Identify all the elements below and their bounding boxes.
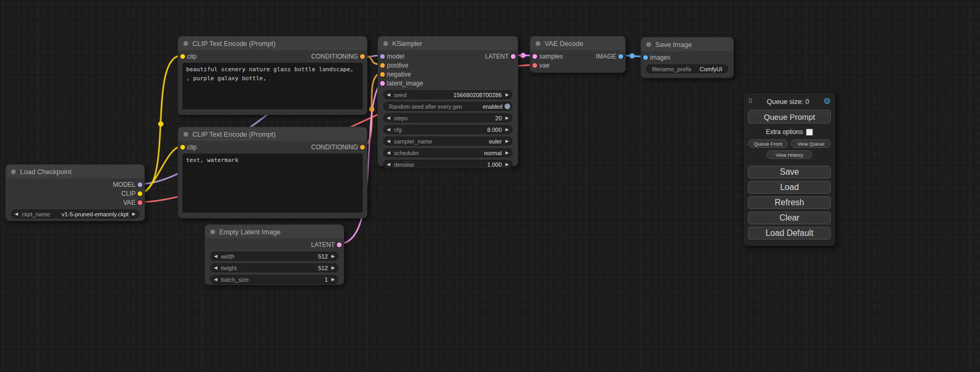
clip-output-port[interactable] [138, 191, 142, 196]
node-ksampler[interactable]: KSampler model LATENT positive negative … [377, 36, 518, 166]
node-load-checkpoint[interactable]: Load Checkpoint MODEL CLIP VAE ◀ ckpt_na… [5, 164, 145, 221]
widget-value: 8.000 [487, 127, 502, 133]
widget-value: 512 [318, 265, 327, 271]
node-title-bar[interactable]: CLIP Text Encode (Prompt) [178, 127, 367, 141]
scheduler-widget[interactable]: ◀ scheduler normal ▶ [383, 148, 512, 157]
drag-handle-icon[interactable]: ⠿ [748, 98, 753, 105]
conditioning-output-port[interactable] [360, 145, 365, 149]
decrement-arrow-icon[interactable]: ◀ [387, 93, 390, 97]
latent-output-port[interactable] [337, 242, 342, 247]
queue-front-button[interactable]: Queue Front [748, 139, 788, 148]
widget-label: ckpt_name [22, 211, 50, 217]
filename-prefix-widget[interactable]: filename_prefix ComfyUI [646, 64, 728, 73]
positive-input-port[interactable] [380, 63, 385, 68]
decrement-arrow-icon[interactable]: ◀ [214, 278, 217, 282]
increment-arrow-icon[interactable]: ▶ [506, 128, 509, 132]
increment-arrow-icon[interactable]: ▶ [332, 266, 335, 270]
link-dot-clip [158, 121, 163, 127]
clip-input-port[interactable] [180, 145, 185, 149]
vae-output-port[interactable] [138, 200, 142, 205]
slot-rows: clip CONDITIONING [178, 141, 367, 151]
queue-prompt-button[interactable]: Queue Prompt [748, 110, 831, 123]
image-output-port[interactable] [618, 54, 623, 59]
increment-arrow-icon[interactable]: ▶ [332, 254, 335, 259]
view-history-button[interactable]: View History [766, 150, 812, 159]
steps-widget[interactable]: ◀ steps 20 ▶ [383, 113, 512, 122]
batch-size-widget[interactable]: ◀ batch_size 1 ▶ [210, 275, 338, 284]
collapse-dot-icon[interactable] [210, 230, 215, 234]
extra-options-label: Extra options [766, 128, 803, 136]
increment-arrow-icon[interactable]: ▶ [506, 139, 509, 144]
node-title: CLIP Text Encode (Prompt) [192, 130, 276, 138]
denoise-widget[interactable]: ◀ denoise 1.000 ▶ [383, 160, 512, 169]
negative-input-port[interactable] [380, 72, 385, 77]
prompt-textarea[interactable]: text, watermark [182, 154, 363, 213]
decrement-arrow-icon[interactable]: ◀ [15, 212, 18, 216]
collapse-dot-icon[interactable] [646, 42, 651, 47]
load-default-button[interactable]: Load Default [748, 227, 831, 240]
load-button[interactable]: Load [748, 181, 831, 194]
node-clip-text-encode-positive[interactable]: CLIP Text Encode (Prompt) clip CONDITION… [178, 36, 367, 115]
link-dot-image [629, 53, 635, 59]
latent-output-port[interactable] [511, 54, 516, 59]
increment-arrow-icon[interactable]: ▶ [132, 212, 135, 216]
sampler-name-widget[interactable]: ◀ sampler_name euler ▶ [383, 137, 512, 146]
increment-arrow-icon[interactable]: ▶ [506, 93, 509, 97]
node-title-bar[interactable]: KSampler [378, 36, 518, 50]
seed-widget[interactable]: ◀ seed 156680208700286 ▶ [383, 90, 512, 99]
decrement-arrow-icon[interactable]: ◀ [387, 151, 390, 155]
increment-arrow-icon[interactable]: ▶ [506, 151, 509, 155]
view-history-row: View History [748, 150, 831, 159]
extra-options-checkbox[interactable] [806, 129, 813, 136]
node-vae-decode[interactable]: VAE Decode samples IMAGE vae [530, 36, 626, 73]
collapse-dot-icon[interactable] [183, 41, 188, 46]
settings-gear-icon[interactable]: ⚙ [823, 97, 831, 106]
vae-input-port[interactable] [532, 63, 537, 68]
save-button[interactable]: Save [748, 166, 831, 178]
collapse-dot-icon[interactable] [183, 132, 188, 137]
node-title-bar[interactable]: CLIP Text Encode (Prompt) [178, 36, 367, 50]
node-clip-text-encode-negative[interactable]: CLIP Text Encode (Prompt) clip CONDITION… [178, 127, 367, 218]
clip-input-port[interactable] [180, 54, 185, 59]
input-label: clip [187, 144, 197, 151]
samples-input-port[interactable] [532, 54, 537, 59]
random-seed-toggle-widget[interactable]: Random seed after every gen enabled [383, 102, 512, 111]
node-title-bar[interactable]: VAE Decode [530, 36, 625, 50]
node-title-bar[interactable]: Load Checkpoint [6, 165, 144, 178]
collapse-dot-icon[interactable] [536, 41, 540, 46]
increment-arrow-icon[interactable]: ▶ [506, 116, 509, 120]
node-title-bar[interactable]: Empty Latent Image [205, 225, 344, 239]
images-input-port[interactable] [643, 55, 648, 60]
decrement-arrow-icon[interactable]: ◀ [387, 116, 390, 120]
model-input-port[interactable] [380, 54, 385, 59]
decrement-arrow-icon[interactable]: ◀ [387, 128, 390, 132]
node-save-image[interactable]: Save Image images filename_prefix ComfyU… [641, 37, 734, 78]
widget-label: Random seed after every gen [389, 103, 462, 110]
widget-label: height [221, 265, 237, 271]
view-queue-button[interactable]: View Queue [791, 139, 831, 148]
ckpt-name-widget[interactable]: ◀ ckpt_name v1-5-pruned-emaonly.ckpt ▶ [11, 209, 139, 218]
height-widget[interactable]: ◀ height 512 ▶ [210, 263, 338, 272]
increment-arrow-icon[interactable]: ▶ [506, 163, 509, 167]
decrement-arrow-icon[interactable]: ◀ [214, 266, 217, 270]
decrement-arrow-icon[interactable]: ◀ [387, 139, 390, 144]
clear-button[interactable]: Clear [748, 212, 831, 224]
collapse-dot-icon[interactable] [11, 169, 16, 174]
refresh-button[interactable]: Refresh [748, 196, 831, 209]
prompt-textarea[interactable]: beautiful scenery nature glass bottle la… [182, 63, 363, 109]
increment-arrow-icon[interactable]: ▶ [332, 278, 335, 282]
model-output-port[interactable] [138, 182, 142, 187]
toggle-knob-icon[interactable] [504, 103, 510, 109]
latent-image-input-port[interactable] [380, 81, 385, 85]
conditioning-output-port[interactable] [360, 54, 365, 59]
collapse-dot-icon[interactable] [383, 41, 388, 46]
width-widget[interactable]: ◀ width 512 ▶ [210, 252, 338, 261]
decrement-arrow-icon[interactable]: ◀ [214, 254, 217, 259]
node-title: VAE Decode [545, 40, 583, 47]
node-empty-latent-image[interactable]: Empty Latent Image LATENT ◀ width 512 ▶ … [205, 224, 344, 285]
queue-panel-header: ⠿ Queue size: 0 ⚙ [748, 96, 831, 107]
cfg-widget[interactable]: ◀ cfg 8.000 ▶ [383, 125, 512, 134]
slot-row: positive [378, 61, 518, 70]
node-title-bar[interactable]: Save Image [641, 37, 733, 51]
decrement-arrow-icon[interactable]: ◀ [387, 163, 390, 167]
